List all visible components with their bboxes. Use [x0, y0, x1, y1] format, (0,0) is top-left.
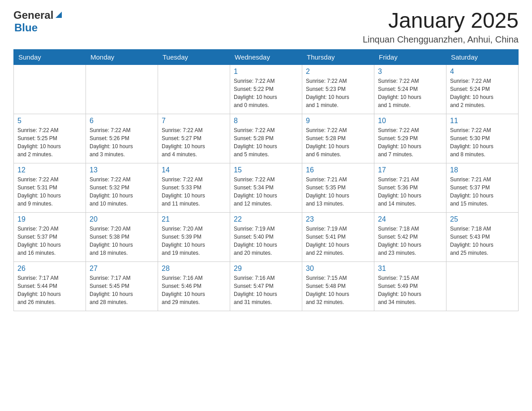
calendar-day-6: 6Sunrise: 7:22 AM Sunset: 5:26 PM Daylig…: [86, 114, 158, 163]
empty-cell: [86, 64, 158, 114]
calendar-day-24: 24Sunrise: 7:18 AM Sunset: 5:42 PM Dayli…: [374, 212, 446, 261]
day-info: Sunrise: 7:17 AM Sunset: 5:44 PM Dayligh…: [17, 274, 82, 306]
day-info: Sunrise: 7:16 AM Sunset: 5:47 PM Dayligh…: [234, 274, 298, 306]
calendar-day-25: 25Sunrise: 7:18 AM Sunset: 5:43 PM Dayli…: [446, 212, 519, 261]
day-info: Sunrise: 7:22 AM Sunset: 5:33 PM Dayligh…: [162, 176, 226, 208]
day-info: Sunrise: 7:22 AM Sunset: 5:29 PM Dayligh…: [378, 126, 442, 158]
calendar-day-22: 22Sunrise: 7:19 AM Sunset: 5:40 PM Dayli…: [230, 212, 302, 261]
day-number: 12: [17, 166, 82, 174]
day-info: Sunrise: 7:22 AM Sunset: 5:28 PM Dayligh…: [234, 126, 298, 158]
day-number: 11: [450, 117, 515, 125]
day-info: Sunrise: 7:22 AM Sunset: 5:23 PM Dayligh…: [306, 77, 370, 109]
day-info: Sunrise: 7:22 AM Sunset: 5:30 PM Dayligh…: [450, 126, 515, 158]
calendar-day-5: 5Sunrise: 7:22 AM Sunset: 5:25 PM Daylig…: [14, 114, 86, 163]
day-info: Sunrise: 7:22 AM Sunset: 5:27 PM Dayligh…: [162, 126, 226, 158]
empty-cell: [158, 64, 230, 114]
day-info: Sunrise: 7:21 AM Sunset: 5:35 PM Dayligh…: [306, 176, 370, 208]
day-number: 23: [306, 215, 370, 223]
day-number: 9: [306, 117, 370, 125]
day-number: 26: [17, 265, 82, 273]
svg-marker-0: [56, 12, 62, 18]
day-info: Sunrise: 7:15 AM Sunset: 5:48 PM Dayligh…: [306, 274, 370, 306]
calendar-day-13: 13Sunrise: 7:22 AM Sunset: 5:32 PM Dayli…: [86, 163, 158, 212]
calendar-day-18: 18Sunrise: 7:21 AM Sunset: 5:37 PM Dayli…: [446, 163, 519, 212]
location-title: Linquan Chengguanzhen, Anhui, China: [363, 34, 519, 45]
day-number: 25: [450, 215, 515, 223]
day-number: 6: [90, 117, 154, 125]
empty-cell: [14, 64, 86, 114]
day-info: Sunrise: 7:20 AM Sunset: 5:39 PM Dayligh…: [162, 225, 226, 257]
day-number: 16: [306, 166, 370, 174]
title-section: January 2025 Linquan Chengguanzhen, Anhu…: [363, 9, 519, 45]
day-number: 15: [234, 166, 298, 174]
calendar-day-3: 3Sunrise: 7:22 AM Sunset: 5:24 PM Daylig…: [374, 64, 446, 114]
day-info: Sunrise: 7:19 AM Sunset: 5:40 PM Dayligh…: [234, 225, 298, 257]
calendar-week-row: 5Sunrise: 7:22 AM Sunset: 5:25 PM Daylig…: [14, 114, 519, 163]
day-number: 10: [378, 117, 442, 125]
day-info: Sunrise: 7:18 AM Sunset: 5:43 PM Dayligh…: [450, 225, 515, 257]
day-info: Sunrise: 7:15 AM Sunset: 5:49 PM Dayligh…: [378, 274, 442, 306]
calendar-day-26: 26Sunrise: 7:17 AM Sunset: 5:44 PM Dayli…: [14, 261, 86, 311]
column-header-thursday: Thursday: [302, 49, 374, 64]
empty-cell: [446, 261, 519, 311]
calendar-day-10: 10Sunrise: 7:22 AM Sunset: 5:29 PM Dayli…: [374, 114, 446, 163]
calendar-day-15: 15Sunrise: 7:22 AM Sunset: 5:34 PM Dayli…: [230, 163, 302, 212]
calendar-day-4: 4Sunrise: 7:22 AM Sunset: 5:24 PM Daylig…: [446, 64, 519, 114]
calendar-day-16: 16Sunrise: 7:21 AM Sunset: 5:35 PM Dayli…: [302, 163, 374, 212]
day-info: Sunrise: 7:17 AM Sunset: 5:45 PM Dayligh…: [90, 274, 154, 306]
calendar-week-row: 12Sunrise: 7:22 AM Sunset: 5:31 PM Dayli…: [14, 163, 519, 212]
calendar-day-31: 31Sunrise: 7:15 AM Sunset: 5:49 PM Dayli…: [374, 261, 446, 311]
day-number: 2: [306, 68, 370, 76]
day-number: 3: [378, 68, 442, 76]
calendar-day-23: 23Sunrise: 7:19 AM Sunset: 5:41 PM Dayli…: [302, 212, 374, 261]
column-header-friday: Friday: [374, 49, 446, 64]
day-number: 31: [378, 265, 442, 273]
calendar-day-17: 17Sunrise: 7:21 AM Sunset: 5:36 PM Dayli…: [374, 163, 446, 212]
calendar-day-30: 30Sunrise: 7:15 AM Sunset: 5:48 PM Dayli…: [302, 261, 374, 311]
day-number: 7: [162, 117, 226, 125]
column-header-sunday: Sunday: [14, 49, 86, 64]
logo-triangle-icon: [54, 10, 64, 20]
calendar-day-28: 28Sunrise: 7:16 AM Sunset: 5:46 PM Dayli…: [158, 261, 230, 311]
logo-blue-text: Blue: [14, 21, 38, 34]
calendar-day-2: 2Sunrise: 7:22 AM Sunset: 5:23 PM Daylig…: [302, 64, 374, 114]
day-number: 20: [90, 215, 154, 223]
calendar-week-row: 19Sunrise: 7:20 AM Sunset: 5:37 PM Dayli…: [14, 212, 519, 261]
calendar-header-row: SundayMondayTuesdayWednesdayThursdayFrid…: [14, 49, 519, 64]
day-number: 17: [378, 166, 442, 174]
calendar-day-12: 12Sunrise: 7:22 AM Sunset: 5:31 PM Dayli…: [14, 163, 86, 212]
calendar-day-14: 14Sunrise: 7:22 AM Sunset: 5:33 PM Dayli…: [158, 163, 230, 212]
logo: General Blue: [13, 9, 64, 34]
day-number: 19: [17, 215, 82, 223]
calendar-day-1: 1Sunrise: 7:22 AM Sunset: 5:22 PM Daylig…: [230, 64, 302, 114]
calendar-table: SundayMondayTuesdayWednesdayThursdayFrid…: [13, 49, 519, 311]
day-number: 24: [378, 215, 442, 223]
day-number: 21: [162, 215, 226, 223]
day-info: Sunrise: 7:18 AM Sunset: 5:42 PM Dayligh…: [378, 225, 442, 257]
day-info: Sunrise: 7:20 AM Sunset: 5:38 PM Dayligh…: [90, 225, 154, 257]
column-header-wednesday: Wednesday: [230, 49, 302, 64]
column-header-tuesday: Tuesday: [158, 49, 230, 64]
day-info: Sunrise: 7:22 AM Sunset: 5:34 PM Dayligh…: [234, 176, 298, 208]
calendar-week-row: 26Sunrise: 7:17 AM Sunset: 5:44 PM Dayli…: [14, 261, 519, 311]
day-info: Sunrise: 7:22 AM Sunset: 5:24 PM Dayligh…: [450, 77, 515, 109]
day-number: 13: [90, 166, 154, 174]
day-info: Sunrise: 7:22 AM Sunset: 5:26 PM Dayligh…: [90, 126, 154, 158]
day-info: Sunrise: 7:20 AM Sunset: 5:37 PM Dayligh…: [17, 225, 82, 257]
calendar-day-29: 29Sunrise: 7:16 AM Sunset: 5:47 PM Dayli…: [230, 261, 302, 311]
day-info: Sunrise: 7:19 AM Sunset: 5:41 PM Dayligh…: [306, 225, 370, 257]
column-header-saturday: Saturday: [446, 49, 519, 64]
day-number: 27: [90, 265, 154, 273]
day-number: 14: [162, 166, 226, 174]
day-info: Sunrise: 7:16 AM Sunset: 5:46 PM Dayligh…: [162, 274, 226, 306]
day-number: 22: [234, 215, 298, 223]
day-info: Sunrise: 7:22 AM Sunset: 5:32 PM Dayligh…: [90, 176, 154, 208]
day-info: Sunrise: 7:21 AM Sunset: 5:36 PM Dayligh…: [378, 176, 442, 208]
calendar-day-20: 20Sunrise: 7:20 AM Sunset: 5:38 PM Dayli…: [86, 212, 158, 261]
calendar-week-row: 1Sunrise: 7:22 AM Sunset: 5:22 PM Daylig…: [14, 64, 519, 114]
day-number: 28: [162, 265, 226, 273]
day-number: 8: [234, 117, 298, 125]
calendar-day-19: 19Sunrise: 7:20 AM Sunset: 5:37 PM Dayli…: [14, 212, 86, 261]
day-number: 4: [450, 68, 515, 76]
calendar-day-9: 9Sunrise: 7:22 AM Sunset: 5:28 PM Daylig…: [302, 114, 374, 163]
